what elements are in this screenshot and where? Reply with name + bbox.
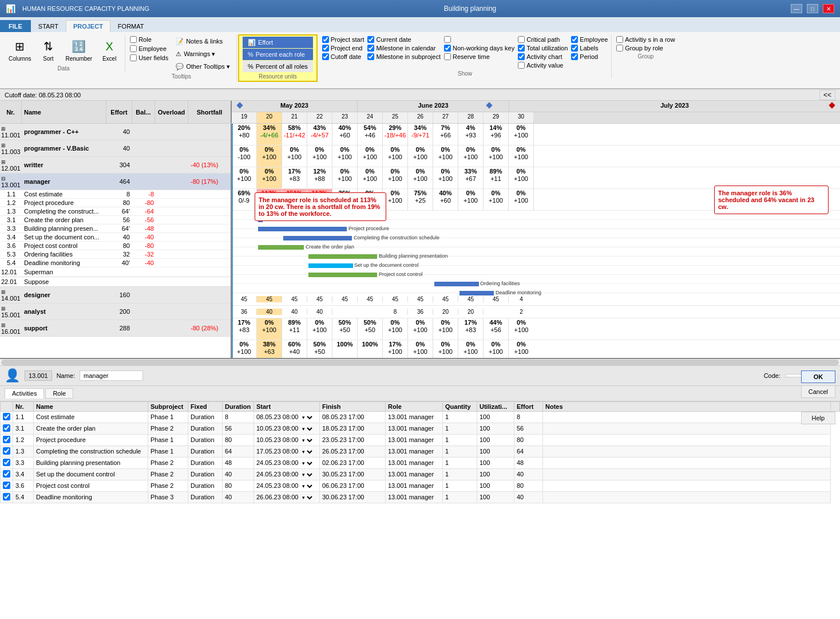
- empty-cb[interactable]: [444, 36, 514, 44]
- table-row[interactable]: 5.3 Ordering facilities 32 -32: [0, 250, 231, 259]
- table-row[interactable]: 3.1 Create the order plan Phase 2 Durati…: [1, 423, 840, 434]
- nav-left[interactable]: <<: [819, 90, 835, 100]
- close-button[interactable]: ✕: [823, 4, 834, 13]
- columns-button[interactable]: ⊞ Columns: [6, 36, 34, 64]
- project-end-cb[interactable]: Project end: [322, 44, 364, 52]
- month-row: May 2023 June 2023 July 2023: [232, 101, 840, 112]
- table-row[interactable]: ⊞ 12.001 writter 304 -40 (13%): [0, 157, 231, 174]
- notes-links-button[interactable]: 📝 Notes & links: [173, 36, 233, 47]
- right-gantt[interactable]: 20%+80 34%-4/+66 58%-11/+42 43%-4/+57 40…: [232, 124, 840, 358]
- table-row[interactable]: 1.1 Cost estimate Phase 1 Duration 8 08.…: [1, 411, 840, 423]
- table-row[interactable]: 22.01 Suppose: [0, 277, 231, 287]
- warnings-button[interactable]: ⚠ Warnings ▾: [173, 48, 233, 60]
- row-checkbox[interactable]: [3, 470, 10, 478]
- row-checkbox[interactable]: [3, 424, 10, 432]
- milestone-cal-cb[interactable]: Milestone in calendar: [367, 44, 441, 52]
- period-cb[interactable]: Period: [571, 53, 608, 61]
- table-row[interactable]: ⊞ 14.001 designer 160: [0, 287, 231, 303]
- row-checkbox[interactable]: [3, 482, 10, 489]
- left-table[interactable]: ⊞ 11.001 programmer - C++ 40 ⊞ 11.003 pr…: [0, 124, 232, 358]
- role-checkbox-row[interactable]: Role: [130, 36, 168, 44]
- tab-file[interactable]: FILE: [0, 20, 31, 32]
- activity-value-cb[interactable]: Activity value: [518, 61, 568, 69]
- table-row[interactable]: 3.4 Set up the document control Phase 2 …: [1, 468, 840, 480]
- table-row[interactable]: 5.4 Deadline monitoring Phase 3 Duration…: [1, 491, 840, 503]
- activities-row-cb[interactable]: Activitiy s in a row: [616, 36, 675, 44]
- table-row[interactable]: 3.3 Building planning presentation Phase…: [1, 457, 840, 468]
- table-row[interactable]: 1.2 Project procedure Phase 1 Duration 8…: [1, 434, 840, 445]
- table-row[interactable]: ⊞ 15.001 analyst 200: [0, 303, 231, 320]
- row-checkbox[interactable]: [3, 413, 10, 420]
- tab-start[interactable]: START: [31, 20, 66, 32]
- row-effort: 48: [514, 457, 543, 468]
- row-expand[interactable]: ⊞ 11.001: [0, 124, 22, 140]
- table-row[interactable]: 3.3 Building planning presen... 64' -48: [0, 224, 231, 233]
- cutoff-date-cb[interactable]: Cutoff date: [322, 53, 364, 61]
- excel-button[interactable]: X Excel: [97, 36, 121, 64]
- table-row[interactable]: ⊞ 11.001 programmer - C++ 40: [0, 124, 231, 140]
- reserve-time-cb[interactable]: Reserve time: [444, 53, 514, 61]
- code-label: Code:: [764, 372, 780, 379]
- employee-show-cb[interactable]: Employee: [571, 36, 608, 44]
- employee-checkbox[interactable]: [130, 45, 137, 52]
- percent-each-role-button[interactable]: % Percent each role: [243, 49, 313, 60]
- row-notes: [543, 457, 831, 468]
- ok-button[interactable]: OK: [801, 370, 835, 383]
- row-start: 08.05.23 08:00 ▾: [254, 411, 320, 423]
- h-scrollbar-thumb[interactable]: [1, 360, 839, 365]
- table-row[interactable]: 12.01 Superman: [0, 267, 231, 277]
- group-by-role-cb[interactable]: Group by role: [616, 44, 675, 52]
- tab-project[interactable]: PROJECT: [66, 20, 110, 33]
- row-checkbox[interactable]: [3, 447, 10, 455]
- table-row[interactable]: 3.6 Project cost control 80 -80: [0, 242, 231, 250]
- non-working-cb[interactable]: Non-working days key: [444, 44, 514, 52]
- tab-role[interactable]: Role: [45, 388, 73, 399]
- percent-all-roles-button[interactable]: % Percent of all roles: [243, 61, 313, 72]
- sort-button[interactable]: ⇅ Sort: [36, 36, 60, 64]
- activity-chart-cb[interactable]: Activity chart: [518, 53, 568, 61]
- row-name: Deadline monitoring: [34, 491, 148, 503]
- cell-24-cpp: 54%+46: [358, 124, 383, 145]
- row-name: Building planning presentation: [34, 457, 148, 468]
- row-quantity: 1: [443, 468, 477, 480]
- row-duration: 80: [223, 480, 254, 491]
- help-button[interactable]: Help: [801, 412, 835, 424]
- table-row[interactable]: 5.4 Deadline monitoring 40' -40: [0, 259, 231, 267]
- activities-table-container[interactable]: Nr. Name Subproject Fixed Duration Start…: [0, 401, 840, 620]
- critical-path-cb[interactable]: Critical path: [518, 36, 568, 44]
- table-row-manager[interactable]: ⊟ 13.001 manager 464 -80 (17%): [0, 174, 231, 190]
- table-row[interactable]: 1.3 Completing the construct... 64' -64: [0, 207, 231, 216]
- maximize-button[interactable]: □: [807, 4, 818, 13]
- table-row[interactable]: 1.1 Cost estimate 8 -8: [0, 190, 231, 199]
- tab-format[interactable]: FORMAT: [110, 20, 152, 32]
- cancel-button[interactable]: Cancel: [801, 385, 835, 398]
- user-fields-checkbox[interactable]: [130, 54, 137, 61]
- current-date-cb[interactable]: Current date: [367, 36, 441, 44]
- table-row[interactable]: ⊞ 11.003 programmer - V.Basic 40: [0, 140, 231, 157]
- row-checkbox[interactable]: [3, 493, 10, 500]
- h-scrollbar[interactable]: [0, 359, 840, 366]
- row-checkbox[interactable]: [3, 459, 10, 466]
- minimize-button[interactable]: —: [791, 4, 802, 13]
- table-row[interactable]: 3.1 Create the order plan 56 -56: [0, 216, 231, 224]
- th-start: Start: [254, 401, 320, 411]
- row-checkbox[interactable]: [3, 436, 10, 443]
- other-tooltips-button[interactable]: 💬 Other Tooltips ▾: [173, 61, 233, 72]
- role-checkbox[interactable]: [130, 36, 137, 43]
- total-util-cb[interactable]: Total utilization: [518, 44, 568, 52]
- table-row[interactable]: 1.2 Project procedure 80 -80: [0, 199, 231, 207]
- effort-icon: 📊: [248, 39, 256, 46]
- table-row[interactable]: 3.6 Project cost control Phase 2 Duratio…: [1, 480, 840, 491]
- effort-button[interactable]: 📊 Effort: [243, 37, 313, 48]
- table-row[interactable]: 1.3 Completing the construction schedule…: [1, 445, 840, 457]
- milestone-sub-cb[interactable]: Milestone in subproject: [367, 53, 441, 61]
- table-row[interactable]: 3.4 Set up the document con... 40 -40: [0, 233, 231, 242]
- labels-cb[interactable]: Labels: [571, 44, 608, 52]
- project-start-cb[interactable]: Project start: [322, 36, 364, 44]
- employee-checkbox-row[interactable]: Employee: [130, 45, 168, 53]
- tab-activities[interactable]: Activities: [5, 388, 44, 399]
- renumber-button[interactable]: 🔢 Renumber: [62, 36, 95, 64]
- user-fields-checkbox-row[interactable]: User fields: [130, 54, 168, 62]
- table-row[interactable]: ⊞ 16.001 support 288 -80 (28%): [0, 320, 231, 337]
- row-utilization: 100: [477, 457, 514, 468]
